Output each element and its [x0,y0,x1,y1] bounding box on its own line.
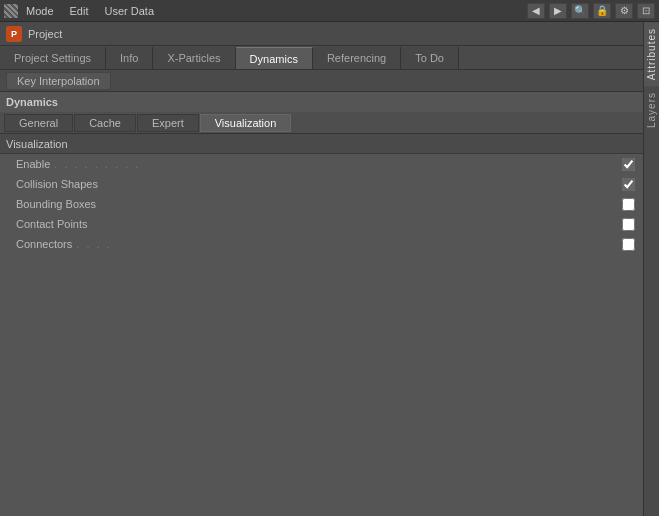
enable-dots: . . . . . . . . . [54,158,140,170]
key-interpolation-bar: Key Interpolation [0,70,643,92]
contact-points-label: Contact Points [16,218,622,230]
arrow-left-btn[interactable]: ◀ [527,3,545,19]
menu-edit[interactable]: Edit [62,5,97,17]
right-sidebar: Attributes Layers [643,22,659,516]
sidebar-layers[interactable]: Layers [644,86,659,134]
sub-tab-cache[interactable]: Cache [74,114,136,132]
visualization-section-header: Visualization [0,134,643,154]
tab-referencing[interactable]: Referencing [313,47,401,69]
enable-label: Enable . . . . . . . . . [16,158,622,170]
main-content: P Project Project Settings Info X-Partic… [0,22,643,516]
tab-xparticles[interactable]: X-Particles [153,47,235,69]
sub-tab-expert[interactable]: Expert [137,114,199,132]
content-panel: Visualization Enable . . . . . . . . . C… [0,134,643,516]
settings-btn[interactable]: ⚙ [615,3,633,19]
bounding-boxes-row: Bounding Boxes [0,194,643,214]
contact-points-checkbox[interactable] [622,218,635,231]
connectors-checkbox[interactable] [622,238,635,251]
tab-info[interactable]: Info [106,47,153,69]
project-icon: P [6,26,22,42]
key-interpolation-button[interactable]: Key Interpolation [6,72,111,90]
tab-todo[interactable]: To Do [401,47,459,69]
project-header: P Project [0,22,643,46]
contact-points-row: Contact Points [0,214,643,234]
connectors-dots: . . . . [76,238,111,250]
search-btn[interactable]: 🔍 [571,3,589,19]
maximize-btn[interactable]: ⊡ [637,3,655,19]
tab-dynamics[interactable]: Dynamics [236,47,313,69]
bounding-boxes-label: Bounding Boxes [16,198,622,210]
connectors-label: Connectors . . . . [16,238,622,250]
connectors-row: Connectors . . . . [0,234,643,254]
tab-project-settings[interactable]: Project Settings [0,47,106,69]
sub-tab-bar: General Cache Expert Visualization [0,112,643,134]
menu-mode[interactable]: Mode [18,5,62,17]
project-title: Project [28,28,62,40]
sub-tab-visualization[interactable]: Visualization [200,114,292,132]
menu-bar: Mode Edit User Data ◀ ▶ 🔍 🔒 ⚙ ⊡ [0,0,659,22]
main-tab-bar: Project Settings Info X-Particles Dynami… [0,46,643,70]
bounding-boxes-checkbox[interactable] [622,198,635,211]
lock-btn[interactable]: 🔒 [593,3,611,19]
sub-tab-general[interactable]: General [4,114,73,132]
collision-shapes-checkbox[interactable] [622,178,635,191]
sidebar-attributes[interactable]: Attributes [644,22,659,86]
menu-bar-right: ◀ ▶ 🔍 🔒 ⚙ ⊡ [527,3,655,19]
collision-shapes-label: Collision Shapes [16,178,622,190]
enable-row: Enable . . . . . . . . . [0,154,643,174]
enable-checkbox[interactable] [622,158,635,171]
dynamics-section-label: Dynamics [0,92,643,112]
collision-shapes-row: Collision Shapes [0,174,643,194]
menu-user-data[interactable]: User Data [97,5,163,17]
app-icon [4,4,18,18]
arrow-right-btn[interactable]: ▶ [549,3,567,19]
